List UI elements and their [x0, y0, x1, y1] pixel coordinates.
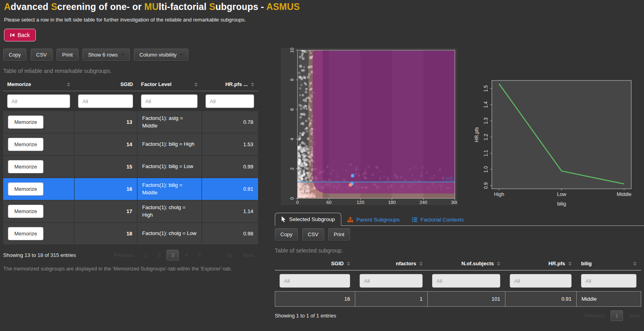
filter-hr-pfs-input[interactable]: [510, 274, 572, 288]
table-row[interactable]: Memorize15Factors(1): bilig = Low0.99: [3, 156, 258, 178]
column-header-n-of-subjects[interactable]: N.of.subjects: [427, 257, 505, 270]
memorize-cell: Memorize: [3, 200, 74, 222]
csv-button[interactable]: CSV: [302, 228, 324, 241]
column-header-hr-pfs[interactable]: HR.pfs ...: [202, 78, 258, 91]
column-header-hr-pfs[interactable]: HR.pfs: [505, 257, 576, 270]
memorize-note: The memorized subgroups are displayed in…: [3, 266, 258, 272]
hr-pfs-cell: 0.78: [202, 111, 258, 133]
page-button[interactable]: Previous: [580, 311, 609, 321]
memorize-button[interactable]: Memorize: [8, 116, 43, 129]
csv-button[interactable]: CSV: [31, 49, 53, 61]
subgroup-table: Memorize SGID Factor Level HR.pfs ... Me…: [3, 78, 258, 245]
page-button[interactable]: Next: [624, 311, 644, 321]
factor-level-cell: Factors(1): astg = Middle: [137, 111, 202, 133]
table-row[interactable]: Memorize14Factors(1): bilig = High1.53: [3, 133, 258, 156]
sort-icon: [347, 262, 350, 266]
column-header-nfactors[interactable]: nfactors: [355, 257, 427, 270]
filter-sgid-input[interactable]: [280, 274, 350, 288]
cell: 0.91: [505, 292, 576, 306]
tab-parent-subgroups[interactable]: Parent Subgroups: [341, 213, 406, 226]
svg-text:60: 60: [327, 200, 332, 205]
show-rows-dropdown[interactable]: Show 6 rows: [82, 49, 129, 61]
title-segment: creening of one- or: [57, 2, 145, 12]
selected-subgroup-table: SGID nfactors N.of.subjects HR.pfs bilig…: [275, 257, 641, 307]
title-segment: A: [4, 2, 11, 12]
app-header: Advanced Screening of one- or MUlti-fact…: [4, 2, 300, 41]
memorize-button[interactable]: Memorize: [8, 182, 43, 196]
sort-icon: [497, 262, 500, 266]
memorize-button[interactable]: Memorize: [8, 138, 43, 151]
memorize-button[interactable]: Memorize: [8, 205, 43, 218]
tab-factorial-contexts[interactable]: Factorial Contexts: [406, 213, 470, 226]
memorize-button[interactable]: Memorize: [8, 227, 43, 240]
table-row[interactable]: Memorize16Factors(1): bilig = Middle0.91: [3, 178, 258, 200]
table-row[interactable]: Memorize18Factors(1): cholg = Low0.98: [3, 223, 258, 245]
svg-text:1.5: 1.5: [483, 85, 489, 92]
svg-text:1.3: 1.3: [483, 118, 489, 124]
filter-factor-level-input[interactable]: [141, 94, 198, 108]
title-segment: ubgroups -: [215, 2, 266, 12]
table-filter-row: [3, 91, 258, 111]
table-toolbar: Copy CSV Print Show 6 rows Column visibi…: [3, 49, 258, 61]
filter-memorize-input[interactable]: [7, 94, 70, 108]
tab-selected-subgroup[interactable]: Selected Subgroup: [275, 213, 341, 226]
entries-info: Showing 13 to 18 of 315 entries: [3, 252, 76, 258]
back-button[interactable]: Back: [4, 29, 36, 41]
page-button[interactable]: 4: [180, 250, 192, 260]
interaction-plot-svg: 0.91.01.11.21.31.41.5HighLowMiddlebiligH…: [473, 76, 637, 210]
hr-pfs-cell: 1.53: [202, 133, 258, 155]
filter-sgid-input[interactable]: [78, 94, 133, 108]
memorize-cell: Memorize: [3, 223, 74, 245]
svg-text:6: 6: [290, 108, 294, 111]
factor-level-cell: Factors(1): bilig = Middle: [137, 178, 202, 200]
scatter-plot[interactable]: 1.110601201802403000246810: [281, 48, 457, 205]
column-visibility-dropdown[interactable]: Column visibility: [134, 49, 188, 61]
page-button[interactable]: 1: [140, 250, 152, 260]
filter-n-of-subjects-input[interactable]: [432, 274, 500, 288]
selected-table-toolbar: Copy CSV Print: [275, 228, 644, 241]
page-button[interactable]: Next: [239, 250, 258, 260]
copy-button[interactable]: Copy: [275, 228, 298, 241]
print-button[interactable]: Print: [57, 49, 78, 61]
cell: Middle: [576, 292, 641, 306]
filter-nfactors-input[interactable]: [360, 274, 423, 288]
table-row[interactable]: Memorize17Factors(1): cholg = High1.14: [3, 200, 258, 223]
column-header-factor-level[interactable]: Factor Level: [137, 78, 202, 91]
page-button[interactable]: 1: [611, 310, 623, 321]
sgid-cell: 15: [74, 156, 137, 178]
column-header-memorize[interactable]: Memorize: [3, 78, 74, 91]
column-header-sgid[interactable]: SGID: [74, 78, 137, 91]
tab-label: Selected Subgroup: [289, 216, 335, 222]
column-header-sgid[interactable]: SGID: [275, 257, 355, 270]
svg-text:HR.pfs: HR.pfs: [474, 127, 480, 142]
table-header-row: SGID nfactors N.of.subjects HR.pfs bilig: [275, 257, 641, 270]
filter-bilig-input[interactable]: [581, 274, 636, 288]
tab-bar: Selected SubgroupParent SubgroupsFactori…: [275, 212, 644, 226]
memorize-button[interactable]: Memorize: [8, 160, 43, 173]
svg-text:120: 120: [356, 200, 364, 205]
page-button[interactable]: 2: [153, 250, 165, 260]
page-title: Advanced Screening of one- or MUlti-fact…: [4, 2, 300, 12]
svg-text:10: 10: [290, 48, 294, 53]
page-button[interactable]: …: [207, 250, 221, 260]
page-button[interactable]: Previous: [110, 250, 139, 260]
entries-info: Showing 1 to 1 of 1 entries: [275, 313, 336, 319]
svg-text:Middle: Middle: [617, 192, 632, 197]
hr-pfs-cell: 0.91: [202, 178, 258, 200]
page-button[interactable]: 53: [223, 250, 237, 260]
page-button[interactable]: 3: [166, 250, 179, 260]
print-button[interactable]: Print: [328, 228, 350, 241]
column-header-bilig[interactable]: bilig: [576, 257, 641, 270]
filter-hr-pfs-input[interactable]: [206, 94, 254, 108]
factor-level-cell: Factors(1): cholg = Low: [137, 223, 202, 245]
selected-table-row[interactable]: 1611010.91Middle: [275, 291, 641, 307]
svg-text:1.11: 1.11: [445, 176, 454, 181]
title-segment: S: [209, 2, 215, 12]
table-row[interactable]: Memorize13Factors(1): astg = Middle0.78: [3, 111, 258, 133]
factor-level-cell: Factors(1): bilig = Low: [137, 156, 202, 178]
title-segment: ASMUS: [266, 2, 300, 12]
page-button[interactable]: 5: [194, 250, 206, 260]
selected-table-caption: Table of selected subgroup.: [275, 247, 644, 254]
list-icon: [412, 217, 417, 222]
copy-button[interactable]: Copy: [3, 49, 26, 61]
